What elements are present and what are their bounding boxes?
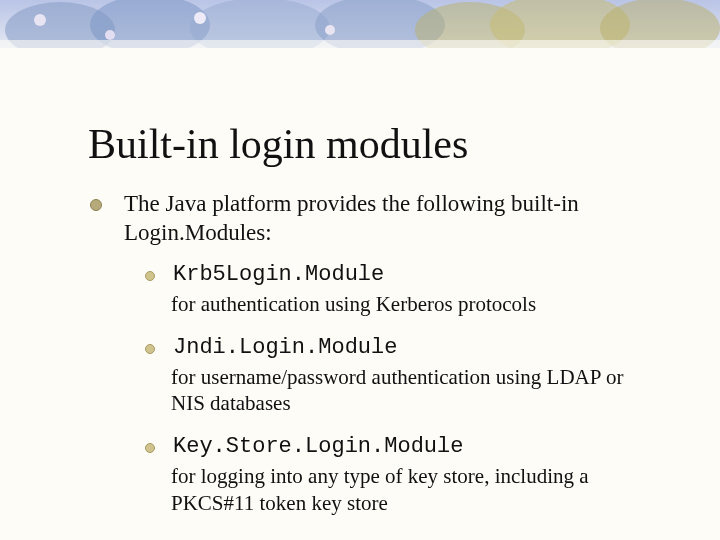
svg-rect-13	[0, 40, 720, 58]
module-desc: for logging into any type of key store, …	[171, 463, 650, 516]
list-item: Key.Store.Login.Module for logging into …	[145, 434, 650, 516]
list-item: Krb5Login.Module for authentication usin…	[145, 262, 650, 317]
svg-point-10	[194, 12, 206, 24]
intro-text: The Java platform provides the following…	[124, 190, 650, 248]
svg-point-9	[105, 30, 115, 40]
svg-point-11	[325, 25, 335, 35]
module-name: Krb5Login.Module	[173, 262, 384, 287]
module-desc: for authentication using Kerberos protoc…	[171, 291, 650, 317]
slide-body: The Java platform provides the following…	[90, 190, 650, 534]
intro-bullet: The Java platform provides the following…	[90, 190, 650, 248]
bullet-icon	[90, 199, 102, 211]
module-name: Jndi.Login.Module	[173, 335, 397, 360]
slide: Built-in login modules The Java platform…	[0, 0, 720, 540]
decorative-banner	[0, 0, 720, 70]
svg-point-8	[34, 14, 46, 26]
bullet-icon	[145, 271, 155, 281]
bullet-icon	[145, 344, 155, 354]
bullet-icon	[145, 443, 155, 453]
module-name: Key.Store.Login.Module	[173, 434, 463, 459]
slide-title: Built-in login modules	[88, 120, 468, 168]
module-list: Krb5Login.Module for authentication usin…	[145, 262, 650, 516]
module-desc: for username/password authentication usi…	[171, 364, 650, 417]
list-item: Jndi.Login.Module for username/password …	[145, 335, 650, 417]
